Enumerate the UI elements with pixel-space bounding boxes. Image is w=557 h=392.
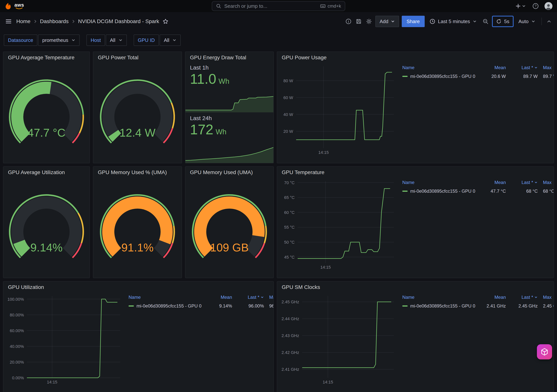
legend-col-mean[interactable]: Mean (480, 295, 506, 300)
panel-gpu-utilization: GPU Utilization 0.00%20.00%40.00%60.00%8… (3, 281, 274, 392)
legend-col-last[interactable]: Last * (506, 295, 538, 300)
panel-title[interactable]: GPU Energy Draw Total (185, 52, 273, 62)
legend-table: Name Mean Last * Max mi-0e06d30895cfcc15… (396, 176, 554, 278)
refresh-icon (496, 19, 501, 24)
sort-caret-icon (534, 181, 538, 184)
svg-text:80 W: 80 W (283, 79, 293, 83)
panel-title[interactable]: GPU Average Utilization (3, 167, 90, 176)
sort-caret-icon (534, 66, 538, 69)
legend-col-max[interactable]: Max (264, 295, 273, 300)
legend-series-name[interactable]: mi-0e06d30895cfcc155 - GPU 0 (402, 303, 480, 309)
menu-toggle-button[interactable] (5, 17, 13, 25)
filter-datasource: Datasource prometheus (4, 34, 80, 46)
svg-text:20 W: 20 W (283, 129, 293, 134)
search-bar[interactable]: cmd+k (212, 1, 345, 11)
legend-col-max[interactable]: Max (538, 180, 554, 185)
legend-col-last-label: Last * (248, 295, 259, 300)
grafana-app: aws cmd+k ? (0, 0, 557, 392)
legend-col-mean[interactable]: Mean (480, 180, 506, 185)
help-icon: ? (532, 3, 539, 9)
dashboard-insights-button[interactable] (345, 18, 352, 25)
stat-number: 11.0 (190, 72, 216, 86)
add-button[interactable]: Add (375, 16, 399, 27)
legend-series-row: mi-0e06d30895cfcc155 - GPU 0 9.14% 96.00… (129, 302, 273, 310)
filter-datasource-value[interactable]: prometheus (38, 34, 80, 46)
dashboard-settings-button[interactable] (365, 18, 373, 25)
legend-col-max[interactable]: Max (538, 65, 554, 70)
stat-last-1h: Last 1h 11.0 Wh (185, 62, 273, 112)
series-color-swatch (402, 191, 408, 192)
gauge-body: 47.7 °C (3, 62, 90, 163)
memory-used-gauge: 109 GB (188, 194, 270, 261)
legend-col-name[interactable]: Name (402, 180, 480, 185)
stat-unit: Wh (219, 77, 229, 85)
user-avatar[interactable] (544, 2, 552, 10)
share-button[interactable]: Share (402, 16, 425, 27)
refresh-button[interactable]: 5s (492, 16, 513, 27)
legend-col-name[interactable]: Name (402, 295, 480, 300)
series-label: mi-0e06d30895cfcc155 - GPU 0 (137, 303, 202, 309)
legend-series-name[interactable]: mi-0e06d30895cfcc155 - GPU 0 (402, 189, 480, 194)
panel-gpu-sm-clocks: GPU SM Clocks 2.41 GHz2.42 GHz2.43 GHz2.… (277, 281, 554, 392)
panel-title[interactable]: GPU Power Usage (277, 52, 554, 62)
collapse-toolbar-button[interactable] (546, 18, 552, 25)
panel-gpu-memory-used-pct: GPU Memory Used % (UMA) 91.1% (93, 166, 182, 278)
legend-col-last[interactable]: Last * (232, 295, 264, 300)
refresh-mode-dropdown[interactable]: Auto (516, 16, 538, 27)
panel-title[interactable]: GPU Utilization (3, 281, 273, 291)
filter-host-value[interactable]: All (106, 34, 127, 46)
panel-title[interactable]: GPU SM Clocks (277, 281, 554, 291)
legend-series-name[interactable]: mi-0e06d30895cfcc155 - GPU 0 (129, 303, 206, 309)
svg-text:100.00%: 100.00% (7, 297, 24, 302)
time-range-picker[interactable]: Last 5 minutes (427, 16, 479, 27)
legend-col-last[interactable]: Last * (506, 65, 538, 70)
topbar: aws cmd+k ? (0, 0, 557, 12)
stat-label: Last 24h (190, 115, 273, 121)
temperature-chart[interactable]: 45 °C50 °C55 °C60 °C65 °C70 °C14:15 (279, 177, 396, 271)
legend-col-max[interactable]: Max (538, 295, 554, 300)
gauge-body: 12.4 W (93, 62, 182, 163)
timeseries-body: 20 W40 W60 W80 W14:15 Name Mean Last * M… (277, 62, 554, 163)
navbar-actions: Add Share Last 5 minutes 5s Auto (345, 16, 552, 27)
legend-col-name[interactable]: Name (402, 65, 480, 70)
svg-text:91.1%: 91.1% (121, 241, 154, 254)
svg-text:2.43 GHz: 2.43 GHz (282, 333, 299, 338)
legend-col-last-label: Last * (522, 295, 533, 300)
chevron-down-icon (473, 19, 477, 24)
legend-col-mean[interactable]: Mean (206, 295, 232, 300)
svg-text:14:15: 14:15 (318, 150, 329, 155)
panel-title[interactable]: GPU Temperature (277, 167, 554, 176)
stat-value: 172 Wh (190, 122, 273, 137)
grafana-flame-icon (5, 2, 12, 10)
filter-gpu-id-value[interactable]: All (160, 34, 181, 46)
save-dashboard-button[interactable] (355, 18, 362, 25)
stat-body: Last 1h 11.0 Wh Last 24h 172 Wh (185, 62, 273, 163)
breadcrumb-dashboards[interactable]: Dashboards (40, 18, 69, 24)
assistant-fab-button[interactable] (537, 344, 552, 360)
search-input[interactable] (224, 3, 317, 9)
help-button[interactable]: ? (532, 2, 540, 10)
legend-max-value: 2.45 GHz (538, 303, 554, 309)
legend-col-name[interactable]: Name (129, 295, 206, 300)
new-button[interactable] (515, 2, 527, 10)
sm-clocks-chart[interactable]: 2.41 GHz2.42 GHz2.43 GHz2.44 GHz2.45 GHz… (279, 292, 396, 386)
legend-col-mean[interactable]: Mean (480, 65, 506, 70)
favorite-button[interactable] (162, 18, 169, 25)
breadcrumb-home[interactable]: Home (16, 18, 31, 24)
search-shortcut-label: cmd+k (328, 3, 341, 9)
legend-col-last[interactable]: Last * (506, 180, 538, 185)
hexagon-cube-icon (541, 348, 548, 356)
save-icon (356, 18, 362, 24)
legend-header-row: Name Mean Last * Max (402, 178, 554, 187)
panel-title[interactable]: GPU Power Total (93, 52, 182, 62)
panel-title[interactable]: GPU Memory Used % (UMA) (93, 167, 182, 176)
legend-series-name[interactable]: mi-0e06d30895cfcc155 - GPU 0 (402, 74, 480, 79)
panel-title[interactable]: GPU Memory Used (UMA) (185, 167, 273, 176)
zoom-out-time-button[interactable] (482, 18, 489, 25)
power-usage-chart[interactable]: 20 W40 W60 W80 W14:15 (279, 63, 396, 157)
legend-max-value: 89.7 W (538, 74, 554, 79)
chevron-down-icon (71, 38, 75, 42)
panel-title[interactable]: GPU Avgerage Temperature (3, 52, 90, 62)
aws-grafana-logo[interactable]: aws (5, 2, 24, 10)
utilization-chart[interactable]: 0.00%20.00%40.00%60.00%80.00%100.00%14:1… (5, 292, 123, 386)
